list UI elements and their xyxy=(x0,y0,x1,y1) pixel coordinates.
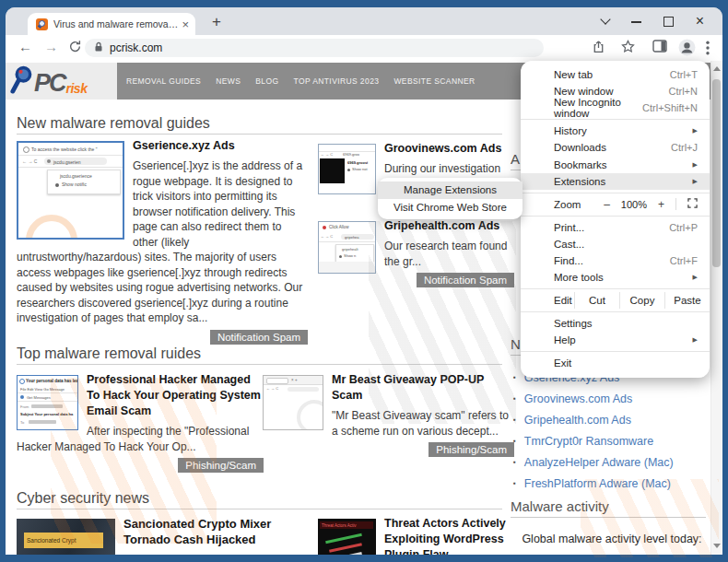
sidebar-divider xyxy=(511,517,706,518)
share-icon[interactable] xyxy=(592,40,605,57)
mini-popup-domain: jscdu.gserience xyxy=(60,173,92,179)
nav-website-scanner[interactable]: WEBSITE SCANNER xyxy=(393,76,475,86)
menu-item-downloads[interactable]: Downloads Ctrl+J xyxy=(521,139,710,156)
mini-alert-text: Click Allow xyxy=(329,225,349,229)
sidebar-link-tmrcrypt0r[interactable]: ▪ TmrCrypt0r Ransomware xyxy=(513,430,653,451)
section-divider xyxy=(17,364,502,365)
menu-item-history[interactable]: History ▶ xyxy=(521,123,710,139)
mini-banner-text: Threat Actors Activ xyxy=(322,523,357,528)
fullscreen-icon[interactable] xyxy=(687,198,698,210)
mini-app-icon xyxy=(19,379,25,384)
sidebar-link-label[interactable]: AnalyzeHelper Adware (Mac) xyxy=(524,456,674,469)
paste-button[interactable]: Paste xyxy=(664,292,710,309)
bullet-icon: ▪ xyxy=(513,394,516,403)
window-chevron-down-icon[interactable] xyxy=(600,14,610,24)
browser-menu-dots-icon[interactable] xyxy=(706,41,710,59)
lock-icon[interactable] xyxy=(94,40,103,56)
mini-tab-text: To access the website click the " xyxy=(31,146,98,152)
menu-separator xyxy=(521,119,710,120)
menu-item-extensions[interactable]: Extensions ▶ xyxy=(521,173,710,190)
address-bar[interactable]: pcrisk.com xyxy=(85,39,544,57)
menu-shortcut: Ctrl+F xyxy=(670,255,698,266)
bookmark-star-icon[interactable] xyxy=(621,40,635,57)
mini-page-body xyxy=(319,262,375,273)
sidebar-link-groovinews[interactable]: ▪ Groovinews.com Ads xyxy=(513,388,632,409)
article-wordpress-thumbnail[interactable]: Threat Actors Activ xyxy=(318,519,376,555)
mini-line: From xyxy=(20,404,29,409)
sidebar-link-label[interactable]: TmrCrypt0r Ransomware xyxy=(524,435,653,448)
article-tag[interactable]: Phishing/Scam xyxy=(429,442,514,457)
scrollbar-down-arrow[interactable] xyxy=(713,544,721,548)
article-groovinews-thumbnail[interactable]: ← → C 6969.groo 6969.groovi Show not xyxy=(318,144,376,194)
article-hacker-thumbnail[interactable]: Your personal data has leake File Edit V… xyxy=(17,375,78,430)
menu-shortcut: Ctrl+Shift+N xyxy=(642,102,698,113)
sidebar-link-analyzehelper[interactable]: ▪ AnalyzeHelper Adware (Mac) xyxy=(513,451,674,473)
mini-line: Get Messages xyxy=(27,395,51,400)
menu-item-edit: Edit Cut Copy Paste xyxy=(521,292,710,309)
article-gripehealth: Click Allow ← → C gripehea gripehealt Sh… xyxy=(318,218,514,287)
menu-shortcut: Ctrl+P xyxy=(669,222,698,233)
zoom-out-button[interactable]: – xyxy=(604,198,610,211)
menu-item-cast[interactable]: Cast... xyxy=(521,236,710,252)
nav-blog[interactable]: BLOG xyxy=(255,76,278,86)
menu-vertical-divider xyxy=(675,198,676,210)
scrollbar-up-arrow[interactable] xyxy=(713,66,721,71)
back-button[interactable]: ← xyxy=(18,39,32,55)
url-text: pcrisk.com xyxy=(110,41,162,54)
article-tornado-thumbnail[interactable]: Sancionated Crypt xyxy=(17,519,115,555)
menu-separator xyxy=(521,288,710,289)
mini-code-line xyxy=(329,543,362,552)
mini-line: File Edit View Go Message xyxy=(20,387,65,392)
article-gserience-thumbnail[interactable]: To access the website click the " ← → C … xyxy=(17,141,124,240)
copy-button[interactable]: Copy xyxy=(619,292,664,309)
pcrisk-logo[interactable]: PC risk xyxy=(6,63,117,100)
sidebar-link-label[interactable]: FreshPlatform Adware (Mac) xyxy=(524,477,671,490)
mini-url-text: 6969.groo xyxy=(343,152,359,157)
menu-item-print[interactable]: Print... Ctrl+P xyxy=(521,219,710,236)
section-divider xyxy=(17,134,502,135)
article-gripehealth-thumbnail[interactable]: Click Allow ← → C gripehea gripehealt Sh… xyxy=(318,221,376,274)
submenu-item-visit-chrome-web-store[interactable]: Visit Chrome Web Store xyxy=(378,199,523,217)
window-maximize-button[interactable] xyxy=(663,17,674,27)
tab-close-icon[interactable]: × xyxy=(182,18,189,30)
nav-news[interactable]: NEWS xyxy=(216,76,241,86)
article-mrbeast-thumbnail[interactable]: × + ← → C xyxy=(263,375,323,430)
menu-item-bookmarks[interactable]: Bookmarks ▶ xyxy=(521,156,710,172)
side-panel-icon[interactable] xyxy=(652,40,667,56)
reload-button[interactable] xyxy=(68,40,82,57)
scrollbar-thumb[interactable] xyxy=(712,79,721,267)
nav-removal-guides[interactable]: REMOVAL GUIDES xyxy=(126,76,201,86)
menu-item-more-tools[interactable]: More tools ▶ xyxy=(521,269,710,286)
article-tag[interactable]: Notification Spam xyxy=(210,330,308,345)
menu-item-find[interactable]: Find... Ctrl+F xyxy=(521,252,710,269)
cut-button[interactable]: Cut xyxy=(574,292,619,309)
browser-tab[interactable]: Virus and malware removal instru × xyxy=(28,13,195,35)
article-tag[interactable]: Notification Spam xyxy=(417,273,514,287)
article-gserience: To access the website click the " ← → C … xyxy=(17,138,308,345)
bullet-icon: ▪ xyxy=(513,437,516,445)
mini-popup-domain: gripehealt xyxy=(342,247,358,252)
sidebar-link-label[interactable]: Gripehealth.com Ads xyxy=(524,414,631,427)
new-tab-button[interactable]: + xyxy=(205,10,229,34)
menu-item-settings[interactable]: Settings xyxy=(521,315,710,332)
forward-button[interactable]: → xyxy=(44,39,58,55)
profile-avatar[interactable] xyxy=(678,39,696,60)
menu-item-zoom: Zoom – 100% + xyxy=(521,196,710,213)
sidebar-link-gripehealth[interactable]: ▪ Gripehealth.com Ads xyxy=(513,409,631,430)
nav-top-antivirus[interactable]: TOP ANTIVIRUS 2023 xyxy=(294,76,380,86)
mini-line: Show not xyxy=(352,167,368,171)
menu-item-new-incognito-window[interactable]: New Incognito window Ctrl+Shift+N xyxy=(521,100,710,116)
menu-item-label: Cast... xyxy=(554,239,584,250)
menu-item-new-tab[interactable]: New tab Ctrl+T xyxy=(521,66,710,83)
sidebar-link-freshplatform[interactable]: ▪ FreshPlatform Adware (Mac) xyxy=(513,473,671,494)
submenu-item-manage-extensions[interactable]: Manage Extensions xyxy=(378,181,523,199)
menu-item-help[interactable]: Help ▶ xyxy=(521,332,710,348)
mini-code-line xyxy=(325,533,362,544)
window-close-button[interactable]: × xyxy=(696,14,704,29)
sidebar-link-label[interactable]: Groovinews.com Ads xyxy=(524,392,632,405)
window-minimize-button[interactable] xyxy=(631,21,641,23)
article-tag[interactable]: Phishing/Scam xyxy=(178,458,264,473)
menu-item-exit[interactable]: Exit xyxy=(521,355,710,371)
mini-nav-icons: ← → C xyxy=(22,158,37,164)
zoom-in-button[interactable]: + xyxy=(658,198,664,211)
